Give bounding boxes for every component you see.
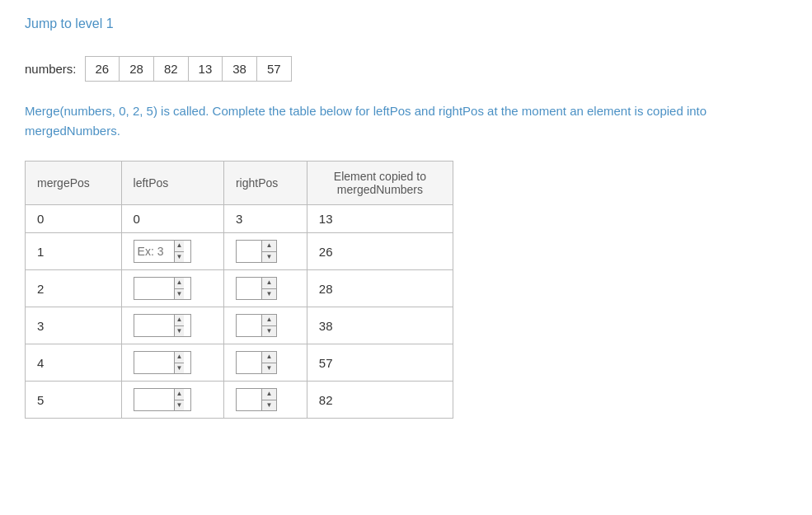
mergepos-cell: 4 [26,344,122,382]
rightpos-increment-btn[interactable]: ▲ [262,315,276,326]
table-row: 5▲▼▲▼82 [26,382,453,419]
rightpos-cell[interactable]: ▲▼ [223,382,307,419]
rightpos-increment-btn[interactable]: ▲ [262,241,276,252]
rightpos-decrement-btn[interactable]: ▼ [262,326,276,337]
leftpos-decrement-btn[interactable]: ▼ [175,289,185,300]
rightpos-increment-btn[interactable]: ▲ [262,352,276,363]
table-row: 3▲▼▲▼38 [26,307,453,344]
leftpos-input[interactable] [134,354,174,371]
number-cell: 28 [120,57,154,82]
rightpos-decrement-btn[interactable]: ▼ [262,400,276,411]
jump-to-level-link[interactable]: Jump to level 1 [25,16,114,31]
leftpos-input[interactable] [134,317,174,334]
leftpos-decrement-btn[interactable]: ▼ [175,326,185,337]
mergepos-cell: 1 [26,233,122,270]
element-copied-cell: 13 [307,205,453,233]
rightpos-cell[interactable]: ▲▼ [223,233,307,270]
rightpos-cell: 3 [223,205,307,233]
leftpos-increment-btn[interactable]: ▲ [175,241,185,252]
leftpos-decrement-btn[interactable]: ▼ [175,363,185,374]
leftpos-increment-btn[interactable]: ▲ [175,352,185,363]
description-text: Merge(numbers, 0, 2, 5) is called. Compl… [25,101,734,141]
table-header: leftPos [121,162,223,205]
leftpos-decrement-btn[interactable]: ▼ [175,400,185,411]
mergepos-cell: 2 [26,270,122,307]
table-row: 00313 [26,205,453,233]
element-copied-cell: 28 [307,270,453,307]
number-cell: 13 [188,57,223,82]
table-header: Element copied tomergedNumbers [307,162,453,205]
number-cell: 38 [223,57,257,82]
leftpos-input[interactable] [134,243,174,260]
element-copied-cell: 57 [307,344,453,382]
leftpos-cell: 0 [121,205,223,233]
rightpos-decrement-btn[interactable]: ▼ [262,252,276,263]
leftpos-cell[interactable]: ▲▼ [121,307,223,344]
leftpos-cell[interactable]: ▲▼ [121,344,223,382]
leftpos-input[interactable] [134,280,174,297]
leftpos-cell[interactable]: ▲▼ [121,270,223,307]
element-copied-cell: 38 [307,307,453,344]
rightpos-increment-btn[interactable]: ▲ [262,278,276,289]
numbers-row: numbers: 262882133857 [25,56,787,82]
rightpos-decrement-btn[interactable]: ▼ [262,289,276,300]
numbers-label: numbers: [25,62,77,76]
number-cell: 57 [256,57,291,82]
number-cell: 82 [153,57,188,82]
leftpos-cell[interactable]: ▲▼ [121,233,223,270]
rightpos-cell[interactable]: ▲▼ [223,307,307,344]
mergepos-cell: 5 [26,382,122,419]
leftpos-input[interactable] [134,391,174,408]
table-header: mergePos [26,162,122,205]
number-cell: 26 [85,57,120,82]
rightpos-decrement-btn[interactable]: ▼ [262,363,276,374]
leftpos-cell[interactable]: ▲▼ [121,382,223,419]
merge-table: mergePosleftPosrightPosElement copied to… [25,161,453,419]
rightpos-cell[interactable]: ▲▼ [223,344,307,382]
table-row: 1▲▼▲▼26 [26,233,453,270]
table-header: rightPos [223,162,307,205]
mergepos-cell: 3 [26,307,122,344]
element-copied-cell: 82 [307,382,453,419]
leftpos-increment-btn[interactable]: ▲ [175,315,185,326]
table-row: 4▲▼▲▼57 [26,344,453,382]
rightpos-cell[interactable]: ▲▼ [223,270,307,307]
leftpos-increment-btn[interactable]: ▲ [175,278,185,289]
numbers-table: 262882133857 [85,56,292,82]
element-copied-cell: 26 [307,233,453,270]
table-row: 2▲▼▲▼28 [26,270,453,307]
leftpos-decrement-btn[interactable]: ▼ [175,252,185,263]
leftpos-increment-btn[interactable]: ▲ [175,389,185,400]
mergepos-cell: 0 [26,205,122,233]
rightpos-increment-btn[interactable]: ▲ [262,389,276,400]
